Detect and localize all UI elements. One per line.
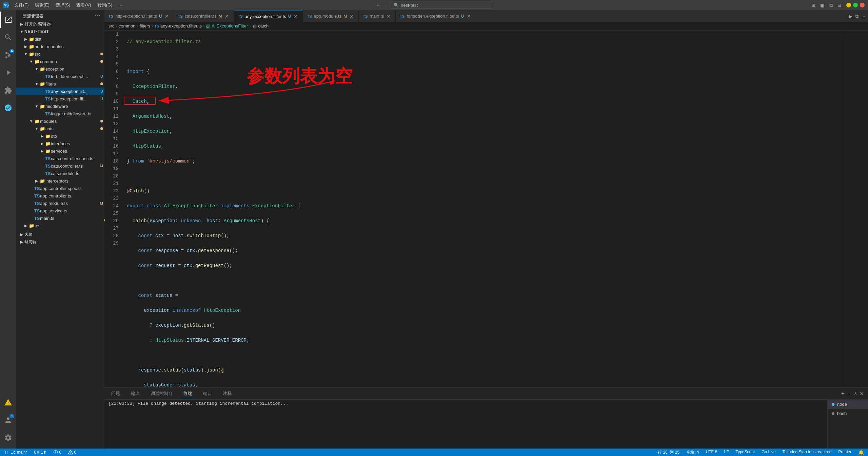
search-box[interactable]: 🔍 nest-test — [391, 2, 492, 9]
status-line-ending[interactable]: LF — [723, 450, 730, 455]
tab-close-button[interactable]: ✕ — [349, 13, 354, 20]
sidebar-item-interfaces[interactable]: ▶ 📁 interfaces — [16, 140, 104, 147]
sidebar-item-http-exception-filter[interactable]: TS http-exception.fil... U — [16, 95, 104, 102]
status-prettier[interactable]: Prettier — [837, 450, 853, 455]
tab-debug-console[interactable]: 调试控制台 — [148, 389, 175, 398]
tab-forbidden-exception-filter[interactable]: TS forbidden.exception.filter.ts U ✕ — [396, 10, 476, 22]
sidebar-more-button[interactable]: ··· — [95, 13, 100, 19]
activity-remote[interactable] — [0, 100, 16, 116]
sidebar-item-middleware[interactable]: ▼ 📁 middleware — [16, 102, 104, 110]
back-button[interactable]: ← — [376, 2, 381, 8]
sidebar-section-timeline[interactable]: ▶ 时间轴 — [16, 238, 104, 246]
sidebar-item-node-modules[interactable]: ▶ 📁 node_modules — [16, 43, 104, 50]
sidebar-item-cats-module[interactable]: TS cats.module.ts — [16, 170, 104, 177]
breadcrumb-src[interactable]: src — [108, 23, 114, 28]
sidebar-project-root[interactable]: ▼ NEST-TEST — [16, 28, 104, 35]
status-go-live[interactable]: Go Live — [760, 450, 777, 455]
sidebar-item-filters[interactable]: ▼ 📁 filters — [16, 80, 104, 88]
breadcrumb-file[interactable]: TS any-exception.filter.ts — [154, 23, 202, 28]
sidebar-item-cats[interactable]: ▼ 📁 cats — [16, 125, 104, 132]
run-icon[interactable]: ▶ — [849, 14, 852, 19]
menu-file[interactable]: 文件(F) — [14, 2, 29, 8]
menu-select[interactable]: 选择(S) — [56, 2, 70, 8]
code-content[interactable]: // any-exception.filter.ts import { Exce… — [121, 31, 841, 387]
sidebar-item-common[interactable]: ▼ 📁 common — [16, 58, 104, 65]
activity-search[interactable] — [0, 29, 16, 45]
sidebar-item-dto[interactable]: ▶ 📁 dto — [16, 132, 104, 140]
tab-close-button[interactable]: ✕ — [386, 13, 391, 20]
status-cursor[interactable]: 行 26, 列 25 — [656, 450, 681, 455]
activity-extensions[interactable] — [0, 82, 16, 98]
sidebar-item-exception[interactable]: ▼ 📁 exception — [16, 65, 104, 73]
breadcrumb-class[interactable]: C AllExceptionsFilter — [206, 23, 248, 29]
tab-main[interactable]: TS main.ts ✕ — [359, 10, 396, 22]
sidebar-section-outline[interactable]: ▶ 大纲 — [16, 231, 104, 238]
terminal-chevron-up[interactable]: ∧ — [854, 391, 857, 396]
activity-run[interactable] — [0, 64, 16, 81]
sidebar-item-cats-controller-spec[interactable]: TS cats.controller.spec.ts — [16, 155, 104, 162]
sidebar-item-cats-controller[interactable]: TS cats.controller.ts M — [16, 162, 104, 170]
status-signing[interactable]: Tailoring Sign-in is required — [781, 450, 833, 455]
sidebar-item-modules[interactable]: ▼ 📁 modules — [16, 117, 104, 125]
activity-source-control[interactable] — [0, 47, 16, 63]
tab-ports[interactable]: 端口 — [200, 389, 215, 398]
status-warnings[interactable]: 0 — [67, 450, 78, 455]
status-git[interactable]: 0⬇ 1⬆ — [33, 450, 48, 455]
new-terminal-button[interactable]: + — [841, 391, 844, 397]
status-errors[interactable]: 0 — [52, 450, 63, 455]
status-spaces[interactable]: 空格: 4 — [685, 450, 700, 455]
terminal-panel-bash[interactable]: bash — [828, 409, 868, 418]
menu-more[interactable]: ... — [118, 2, 122, 8]
tab-output[interactable]: 输出 — [128, 389, 142, 398]
sidebar-item-logger-middleware[interactable]: TS logger.middleware.ts — [16, 110, 104, 117]
close-button[interactable]: × — [860, 3, 865, 7]
activity-explorer[interactable] — [0, 12, 16, 28]
breadcrumb-method[interactable]: f catch — [252, 23, 269, 29]
menu-view[interactable]: 查看(V) — [76, 2, 91, 8]
terminal-close-button[interactable]: ✕ — [860, 391, 864, 396]
tab-close-button[interactable]: ✕ — [293, 13, 298, 20]
tab-cats-controller[interactable]: TS cats.controller.ts M ✕ — [174, 10, 234, 22]
tab-any-exception-filter[interactable]: TS any-exception.filter.ts U ✕ — [234, 10, 303, 22]
forward-button[interactable]: → — [383, 2, 389, 8]
status-encoding[interactable]: UTF-8 — [704, 450, 718, 455]
sidebar-item-app-service[interactable]: TS app.service.ts — [16, 207, 104, 214]
terminal-more-button[interactable]: ··· — [847, 391, 851, 396]
tab-terminal[interactable]: 终端 — [181, 389, 195, 398]
tab-http-exception-filter[interactable]: TS http-exception.filter.ts U ✕ — [104, 10, 174, 22]
tab-close-button[interactable]: ✕ — [164, 13, 170, 20]
sidebar-item-app-controller-spec[interactable]: TS app.controller.spec.ts — [16, 185, 104, 192]
tab-app-module[interactable]: TS app.module.ts M ✕ — [303, 10, 359, 22]
status-language[interactable]: TypeScript — [734, 450, 756, 455]
activity-account[interactable] — [0, 412, 16, 428]
minimize-button[interactable]: — — [846, 3, 851, 7]
menu-edit[interactable]: 编辑(E) — [35, 2, 50, 8]
layout-icon-2[interactable]: ▣ — [820, 2, 825, 8]
sidebar-item-app-controller[interactable]: TS app.controller.ts — [16, 192, 104, 200]
sidebar-section-open-editors[interactable]: ▶ 打开的编辑器 — [16, 20, 104, 28]
terminal-content[interactable]: [22:03:33] File change detected. Startin… — [104, 400, 827, 449]
sidebar-item-forbidden-exception[interactable]: TS forbidden.excepti... U — [16, 73, 104, 80]
layout-icon-1[interactable]: ⊞ — [811, 2, 815, 8]
status-branch[interactable]: ⎇ main* — [3, 450, 28, 455]
tab-problems[interactable]: 问题 — [108, 389, 123, 398]
layout-icon-4[interactable]: ⊟ — [837, 2, 842, 8]
sidebar-item-test[interactable]: ▶ 📁 test — [16, 222, 104, 229]
tab-close-button[interactable]: ✕ — [224, 13, 230, 20]
sidebar-item-interceptors[interactable]: ▶ 📁 interceptors — [16, 177, 104, 185]
breadcrumb-common[interactable]: common — [119, 23, 136, 28]
layout-icon-3[interactable]: ⧉ — [829, 2, 833, 8]
more-actions-icon[interactable]: ··· — [861, 14, 865, 19]
split-editor-icon[interactable]: ⧉ — [855, 13, 859, 19]
tab-close-button[interactable]: ✕ — [466, 13, 472, 20]
breadcrumb-filters[interactable]: filters — [140, 23, 150, 28]
activity-warning[interactable] — [0, 394, 16, 411]
menu-goto[interactable]: 转到(G) — [97, 2, 113, 8]
tab-comments[interactable]: 注释 — [220, 389, 234, 398]
maximize-button[interactable]: □ — [853, 3, 858, 7]
status-notification[interactable]: 🔔 — [857, 450, 865, 455]
sidebar-item-main[interactable]: TS main.ts — [16, 214, 104, 222]
activity-settings[interactable] — [0, 430, 16, 446]
sidebar-item-services[interactable]: ▶ 📁 services — [16, 147, 104, 155]
code-editor[interactable]: 1 2 3 4 5 6 7 8 9 10 11 12 13 14 — [104, 31, 868, 387]
